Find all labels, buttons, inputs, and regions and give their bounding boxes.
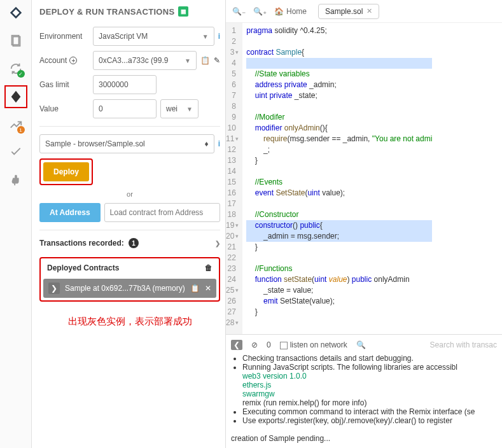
expand-instance-icon[interactable]: ❯ [48, 283, 60, 294]
compile-ok-badge: ✓ [17, 70, 25, 78]
term-lib: swarmgw [242, 389, 497, 398]
debugger-icon[interactable] [8, 145, 24, 160]
env-label: Environment [39, 32, 89, 41]
term-toggle-icon[interactable]: ❮ [231, 340, 242, 350]
close-tab-icon[interactable]: ✕ [366, 7, 372, 15]
panel-title: DEPLOY & RUN TRANSACTIONS ▦ [39, 0, 220, 22]
terminal: ❮ ⊘ 0 listen on network 🔍 Search with tr… [226, 334, 502, 448]
trash-icon[interactable]: 🗑 [205, 263, 213, 272]
account-select[interactable]: 0xCA3...a733c (99.9▼ [93, 51, 197, 70]
term-lib: remix (run remix.help() for more info) [242, 398, 497, 407]
account-label: Account + [39, 56, 89, 65]
value-unit-select[interactable]: wei▼ [160, 99, 199, 118]
term-line: Checking transactions details and start … [242, 354, 497, 363]
tab-sample[interactable]: Sample.sol✕ [318, 4, 379, 19]
term-line: Running JavaScript scripts. The followin… [242, 363, 497, 372]
listen-checkbox[interactable]: listen on network [280, 340, 347, 349]
term-lib: web3 version 1.0.0 [242, 372, 497, 381]
code-editor[interactable]: 1 2 3▾4 5 6 7 8 9 10 11▾12 13 14 15 16 1… [226, 23, 502, 334]
compile-icon[interactable]: ✓ [8, 61, 24, 76]
term-pending-count: 0 [267, 340, 271, 349]
home-icon[interactable]: 🏠 Home [274, 7, 307, 16]
env-info-icon[interactable]: i [218, 32, 220, 41]
gas-input[interactable] [93, 75, 157, 94]
editor-area: 🔍₋ 🔍₊ 🏠 Home Sample.sol✕ 1 2 3▾4 5 6 7 8… [226, 0, 502, 448]
deploy-panel: DEPLOY & RUN TRANSACTIONS ▦ Environment … [32, 0, 226, 448]
annotation-text: 出现灰色实例，表示部署成功 [39, 316, 220, 328]
ataddress-input[interactable] [104, 203, 220, 222]
tx-recorded-row[interactable]: Transactions recorded: 1 ❯ [39, 238, 220, 248]
contract-info-icon[interactable]: i [218, 139, 220, 148]
tx-expand-icon[interactable]: ❯ [215, 240, 220, 247]
zoom-out-icon[interactable]: 🔍₋ [232, 7, 246, 16]
deployed-title: Deployed Contracts [47, 263, 119, 272]
left-iconbar: ✓ 1 [0, 0, 32, 448]
tx-count-badge: 1 [129, 238, 139, 248]
gas-label: Gas limit [39, 80, 89, 89]
contract-select[interactable]: Sample - browser/Sample.sol♦ [39, 134, 214, 153]
contract-instance[interactable]: ❯ Sample at 0x692...77b3A (memory) 📋 ✕ [43, 279, 216, 298]
files-icon[interactable] [8, 33, 24, 48]
plugin-icon[interactable] [8, 173, 24, 188]
analysis-badge: 1 [17, 126, 25, 134]
term-line: Use exports/.register(key, obj)/.remove(… [242, 416, 497, 425]
edit-account-icon[interactable]: ✎ [214, 56, 220, 65]
or-text: or [39, 190, 220, 198]
instance-label: Sample at 0x692...77b3A (memory) [65, 284, 185, 293]
deploy-button[interactable]: Deploy [43, 162, 89, 181]
editor-toolbar: 🔍₋ 🔍₊ 🏠 Home Sample.sol✕ [226, 0, 502, 23]
value-input[interactable] [93, 99, 157, 118]
term-clear-icon[interactable]: ⊘ [251, 340, 258, 349]
term-search-input[interactable]: Search with transac [430, 340, 497, 349]
ataddress-button[interactable]: At Address [39, 203, 101, 222]
env-select[interactable]: JavaScript VM▼ [93, 27, 214, 46]
copy-account-icon[interactable]: 📋 [200, 56, 210, 65]
term-pending: creation of Sample pending... [231, 434, 497, 443]
value-label: Value [39, 104, 89, 113]
close-instance-icon[interactable]: ✕ [205, 284, 211, 293]
term-search-icon[interactable]: 🔍 [356, 340, 366, 349]
logo-icon[interactable] [8, 5, 24, 20]
svg-marker-4 [11, 91, 20, 102]
zoom-in-icon[interactable]: 🔍₊ [253, 7, 267, 16]
add-account-icon[interactable]: + [69, 57, 77, 64]
deploy-run-icon[interactable] [8, 89, 24, 104]
panel-status-icon: ▦ [178, 6, 188, 17]
term-line: Executing common command to interact wit… [242, 407, 497, 416]
analysis-icon[interactable]: 1 [8, 117, 24, 132]
term-lib: ethers.js [242, 381, 497, 389]
copy-instance-icon[interactable]: 📋 [190, 284, 200, 293]
